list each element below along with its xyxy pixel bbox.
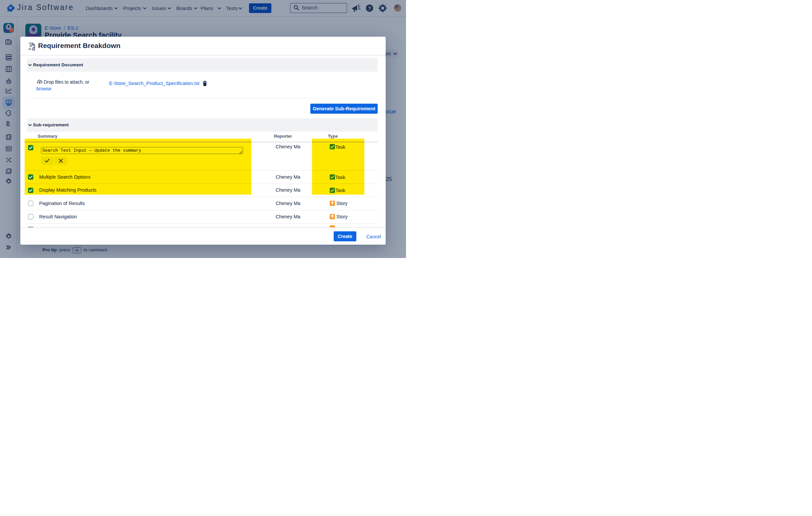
svg-text:AI: AI (28, 47, 31, 50)
